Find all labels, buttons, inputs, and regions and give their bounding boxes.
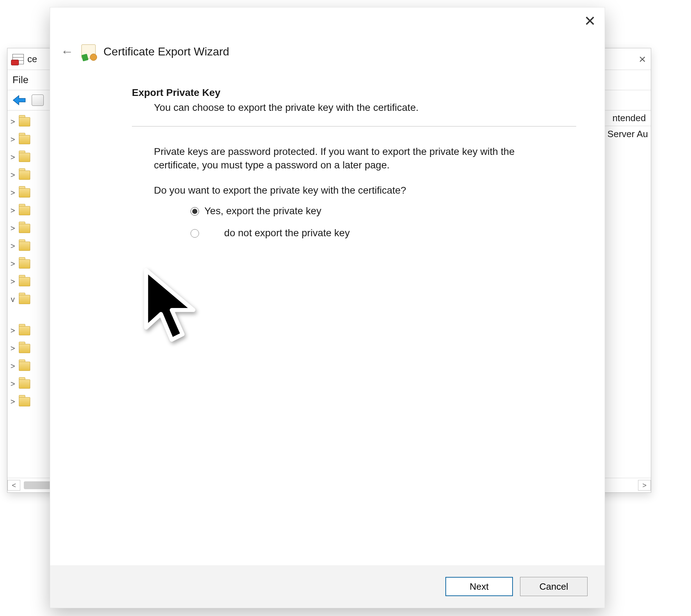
tree-item[interactable]: > (10, 237, 56, 255)
radio-yes[interactable]: Yes, export the private key (189, 205, 576, 217)
tree-item[interactable]: > (10, 166, 56, 184)
radio-group: Yes, export the private key No, do not e… (189, 205, 576, 239)
back-arrow-icon[interactable]: ← (61, 45, 74, 58)
forward-arrow-icon[interactable] (32, 94, 44, 106)
folder-icon (19, 397, 30, 406)
wizard-title: Certificate Export Wizard (103, 45, 229, 58)
folder-icon (19, 206, 30, 215)
mmc-app-icon (12, 54, 24, 64)
tree-item[interactable]: > (10, 357, 56, 375)
cancel-button[interactable]: Cancel (520, 577, 588, 596)
tree-item[interactable]: > (10, 322, 56, 340)
radio-no-input[interactable] (191, 229, 199, 238)
next-button[interactable]: Next (445, 577, 513, 596)
close-icon[interactable]: ✕ (584, 14, 596, 28)
wizard-body: Export Private Key You can choose to exp… (50, 69, 605, 565)
tree-item[interactable]: > (10, 273, 56, 291)
tree-item[interactable]: > (10, 220, 56, 237)
folder-icon (19, 344, 30, 353)
certificate-icon (81, 44, 96, 59)
tree-item[interactable]: > (10, 375, 56, 393)
cursor-icon (139, 266, 207, 348)
tree-item[interactable]: > (10, 393, 56, 411)
tree-item[interactable]: > (10, 340, 56, 357)
wizard-footer: Next Cancel (50, 565, 605, 608)
wizard-header: ← Certificate Export Wizard (50, 42, 605, 69)
tree-item[interactable]: > (10, 148, 56, 166)
folder-icon (19, 295, 30, 304)
close-icon[interactable]: × (639, 53, 646, 65)
separator (132, 126, 576, 126)
scroll-right-button[interactable]: > (638, 480, 651, 491)
folder-icon (19, 379, 30, 389)
folder-icon (19, 242, 30, 251)
radio-yes-input[interactable] (191, 207, 199, 216)
mmc-title: ce (27, 54, 37, 65)
folder-icon (19, 362, 30, 371)
radio-no[interactable]: No, do not export the private key (189, 227, 576, 239)
folder-icon (19, 188, 30, 198)
menu-file[interactable]: File (12, 74, 28, 86)
folder-icon (19, 224, 30, 233)
folder-icon (19, 326, 30, 335)
tree-item[interactable]: > (10, 255, 56, 273)
folder-icon (19, 135, 30, 144)
question-text: Do you want to export the private key wi… (154, 185, 576, 196)
tree-item[interactable]: > (10, 184, 56, 202)
folder-icon (19, 171, 30, 180)
scroll-left-button[interactable]: < (7, 480, 20, 491)
folder-icon (19, 259, 30, 269)
section-subtext: You can choose to export the private key… (154, 102, 531, 113)
folder-icon (19, 117, 30, 126)
radio-yes-label: Yes, export the private key (204, 205, 321, 217)
info-paragraph: Private keys are password protected. If … (154, 145, 531, 172)
tree-item[interactable]: > (10, 131, 56, 148)
tree-item[interactable]: v (10, 291, 56, 308)
certificate-export-wizard: ✕ ← Certificate Export Wizard Export Pri… (50, 7, 605, 608)
tree-item[interactable]: > (10, 202, 56, 220)
tree-item[interactable]: > (10, 113, 56, 131)
folder-icon (19, 277, 30, 286)
back-arrow-icon[interactable] (11, 94, 27, 106)
folder-icon (19, 153, 30, 162)
radio-no-label: do not export the private key (224, 227, 350, 239)
wizard-titlebar: ✕ (50, 7, 605, 42)
section-heading: Export Private Key (132, 87, 576, 98)
